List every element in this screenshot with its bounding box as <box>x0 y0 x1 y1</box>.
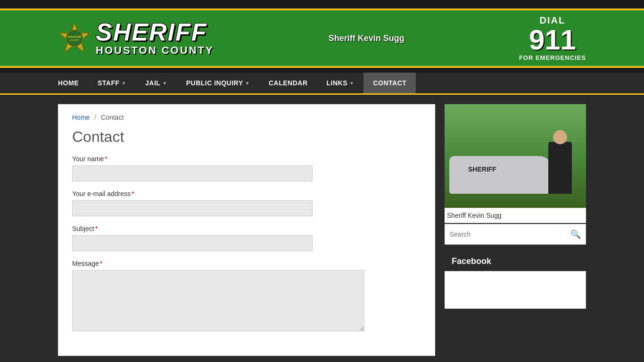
svg-text:COUNTY: COUNTY <box>70 39 80 41</box>
email-label: Your e-mail address* <box>72 190 421 197</box>
svg-text:HOUSTON: HOUSTON <box>68 35 81 38</box>
nav-item-staff[interactable]: STAFF ▼ <box>88 73 136 93</box>
required-star: * <box>100 260 102 267</box>
nav-item-calendar[interactable]: CALENDAR <box>259 73 317 93</box>
photo-caption: Sheriff Kevin Sugg <box>445 208 586 223</box>
page-title: Contact <box>72 128 421 146</box>
breadcrumb-current: Contact <box>101 114 124 121</box>
search-input[interactable] <box>450 230 570 238</box>
main-nav: HOME STAFF ▼ JAIL ▼ PUBLIC INQUIRY ▼ CAL… <box>0 73 644 95</box>
sheriff-person <box>548 142 572 194</box>
header-bottom-bar <box>0 68 644 73</box>
name-input[interactable] <box>72 165 313 181</box>
name-label: Your name* <box>72 155 421 163</box>
chevron-down-icon: ▼ <box>122 81 126 86</box>
message-field-group: Message* <box>72 260 421 333</box>
breadcrumb-separator: / <box>94 114 96 121</box>
content-area: Home / Contact Contact Your name* Your e… <box>58 104 435 356</box>
email-input[interactable] <box>72 200 313 216</box>
chevron-down-icon: ▼ <box>162 81 167 86</box>
required-star: * <box>95 225 98 232</box>
sidebar: Sheriff Kevin Sugg 🔍 Facebook <box>445 104 586 356</box>
message-label: Message* <box>72 260 421 267</box>
facebook-header: Facebook <box>445 252 586 271</box>
subject-field-group: Subject* <box>72 225 421 251</box>
facebook-body <box>445 271 586 309</box>
sheriff-word: SHERIFF <box>96 20 214 44</box>
county-word: HOUSTON COUNTY <box>96 44 214 57</box>
site-title: SHERIFF HOUSTON COUNTY <box>96 20 214 57</box>
photo-scene <box>445 104 586 208</box>
main-wrapper: Home / Contact Contact Your name* Your e… <box>0 95 644 362</box>
nav-menu: HOME STAFF ▼ JAIL ▼ PUBLIC INQUIRY ▼ CAL… <box>49 73 595 93</box>
nav-item-jail[interactable]: JAIL ▼ <box>136 73 177 93</box>
main-inner: Home / Contact Contact Your name* Your e… <box>49 104 595 356</box>
top-bar <box>0 0 644 8</box>
search-icon: 🔍 <box>570 230 581 239</box>
contact-form: Your name* Your e-mail address* Subject* <box>72 155 421 333</box>
chevron-down-icon: ▼ <box>349 81 354 86</box>
search-box: 🔍 <box>445 224 586 245</box>
name-field-group: Your name* <box>72 155 421 181</box>
svg-point-1 <box>66 30 83 47</box>
emergency-text: FOR EMERGENCIES <box>519 54 586 61</box>
911-text: 911 <box>519 26 586 54</box>
facebook-widget: Facebook <box>445 252 586 309</box>
sheriff-photo <box>445 104 586 208</box>
site-header: HOUSTON COUNTY SHERIFF HOUSTON COUNTY Sh… <box>0 8 644 68</box>
emergency-info: DIAL 911 FOR EMERGENCIES <box>519 15 586 61</box>
nav-item-links[interactable]: LINKS ▼ <box>317 73 364 93</box>
subject-label: Subject* <box>72 225 421 232</box>
required-star: * <box>105 155 107 163</box>
nav-item-contact[interactable]: CONTACT <box>363 73 416 93</box>
header-subtitle: Sheriff Kevin Sugg <box>329 33 405 43</box>
header-logo: HOUSTON COUNTY SHERIFF HOUSTON COUNTY <box>58 20 214 57</box>
email-field-group: Your e-mail address* <box>72 190 421 216</box>
message-textarea[interactable] <box>72 270 364 331</box>
nav-item-home[interactable]: HOME <box>49 73 88 93</box>
chevron-down-icon: ▼ <box>245 81 250 86</box>
sheriff-car <box>449 156 553 194</box>
nav-item-public-inquiry[interactable]: PUBLIC INQUIRY ▼ <box>177 73 259 93</box>
required-star: * <box>132 190 134 197</box>
sheriff-badge-icon: HOUSTON COUNTY <box>58 22 91 55</box>
breadcrumb: Home / Contact <box>72 114 421 121</box>
search-button[interactable]: 🔍 <box>570 229 581 239</box>
subject-input[interactable] <box>72 235 313 251</box>
breadcrumb-home[interactable]: Home <box>72 114 90 121</box>
